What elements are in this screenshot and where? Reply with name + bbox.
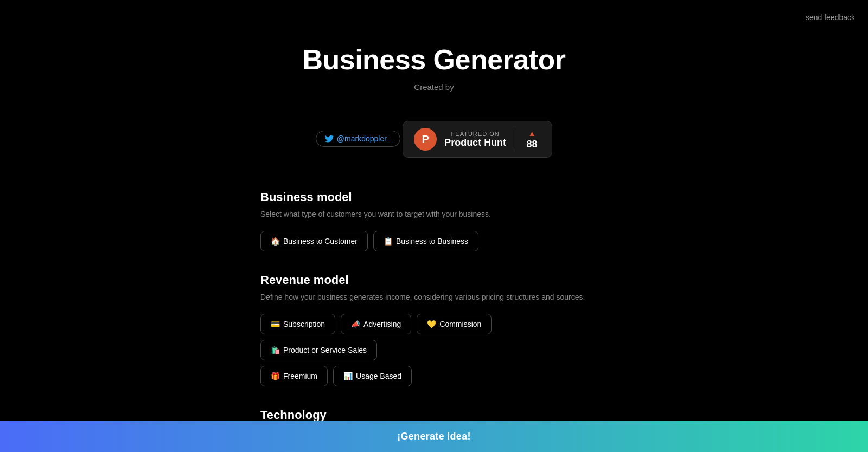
send-feedback-button[interactable]: send feedback <box>806 13 855 22</box>
subscription-button[interactable]: 💳 Subscription <box>260 314 335 334</box>
btb-button[interactable]: 📋 Business to Business <box>373 231 478 251</box>
freemium-button[interactable]: 🎁 Freemium <box>260 366 328 386</box>
btc-button[interactable]: 🏠 Business to Customer <box>260 231 368 251</box>
ph-votes: ▲ 88 <box>514 129 541 150</box>
btc-emoji: 🏠 <box>271 237 280 246</box>
business-model-desc: Select what type of customers you want t… <box>260 209 608 220</box>
revenue-model-section: Revenue model Define how your business g… <box>260 273 608 386</box>
advertising-label: Advertising <box>363 320 401 328</box>
advertising-button[interactable]: 📣 Advertising <box>341 314 411 334</box>
page-title: Business Generator <box>0 43 868 76</box>
freemium-label: Freemium <box>283 372 317 380</box>
product-service-emoji: 🛍️ <box>271 346 280 354</box>
subscription-label: Subscription <box>283 320 325 328</box>
usage-based-button[interactable]: 📊 Usage Based <box>333 366 412 386</box>
generate-button[interactable]: ¡Generate idea! <box>0 421 868 452</box>
revenue-model-title: Revenue model <box>260 273 608 287</box>
product-hunt-badge[interactable]: P FEATURED ON Product Hunt ▲ 88 <box>403 121 552 158</box>
ph-vote-count: 88 <box>527 139 538 150</box>
btc-label: Business to Customer <box>283 237 358 246</box>
twitter-link[interactable]: @markdoppler_ <box>316 131 400 147</box>
business-model-options: 🏠 Business to Customer 📋 Business to Bus… <box>260 231 608 251</box>
usage-based-label: Usage Based <box>356 372 401 380</box>
product-service-label: Product or Service Sales <box>283 346 367 354</box>
technology-title: Technology <box>260 408 608 422</box>
generate-bar: ¡Generate idea! <box>0 421 868 452</box>
usage-based-emoji: 📊 <box>343 372 353 380</box>
header: Business Generator Created by @markdoppl… <box>0 0 868 158</box>
revenue-model-options: 💳 Subscription 📣 Advertising 💛 Commissio… <box>260 314 608 360</box>
ph-featured-label: FEATURED ON <box>444 131 506 137</box>
ph-text: FEATURED ON Product Hunt <box>444 131 506 148</box>
twitter-icon <box>325 134 334 143</box>
btb-emoji: 📋 <box>384 237 393 246</box>
ph-upvote-arrow: ▲ <box>528 129 536 138</box>
btb-label: Business to Business <box>396 237 468 246</box>
commission-label: Commission <box>439 320 481 328</box>
twitter-handle: @markdoppler_ <box>337 134 391 143</box>
ph-name: Product Hunt <box>444 137 506 148</box>
main-content: Business model Select what type of custo… <box>250 190 618 452</box>
product-service-button[interactable]: 🛍️ Product or Service Sales <box>260 340 377 360</box>
advertising-emoji: 📣 <box>351 320 360 328</box>
revenue-model-options-row2: 🎁 Freemium 📊 Usage Based <box>260 366 608 386</box>
commission-emoji: 💛 <box>427 320 436 328</box>
revenue-model-desc: Define how your business generates incom… <box>260 292 608 303</box>
freemium-emoji: 🎁 <box>271 372 280 380</box>
commission-button[interactable]: 💛 Commission <box>417 314 492 334</box>
created-by-label: Created by <box>0 82 868 92</box>
business-model-title: Business model <box>260 190 608 204</box>
subscription-emoji: 💳 <box>271 320 280 328</box>
business-model-section: Business model Select what type of custo… <box>260 190 608 251</box>
ph-logo: P <box>414 128 437 151</box>
